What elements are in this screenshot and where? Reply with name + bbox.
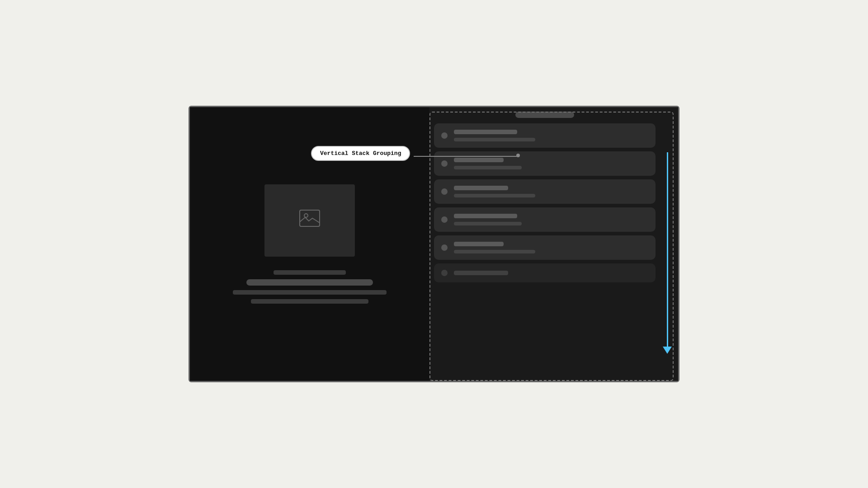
list-item-dot [441, 188, 448, 195]
right-panel [429, 107, 678, 381]
header-bar [515, 112, 574, 118]
list-item [434, 207, 656, 232]
image-placeholder [264, 184, 355, 257]
list-item [434, 263, 656, 282]
list-item-content [454, 130, 648, 141]
left-bar-4 [251, 299, 368, 304]
item-bar-top [454, 186, 508, 190]
left-bar-3 [233, 290, 387, 295]
item-bar-bottom [454, 194, 535, 197]
list-container [434, 123, 656, 282]
tooltip-label: Vertical Stack Grouping [311, 146, 410, 161]
item-bar-bottom [454, 138, 535, 141]
right-header [434, 112, 656, 118]
item-bar-top [454, 214, 517, 218]
item-bar-top [454, 242, 504, 246]
item-bar-top [454, 158, 504, 162]
left-bars [203, 270, 416, 304]
item-bar-top [454, 130, 517, 134]
arrow-container [663, 152, 672, 354]
tooltip-connector [414, 156, 518, 157]
arrow-line [667, 152, 668, 347]
connector-dot [516, 154, 520, 157]
list-item-dot [441, 216, 448, 223]
list-item-content [454, 158, 648, 169]
image-icon [299, 209, 321, 232]
list-item [434, 123, 656, 148]
list-item-dot [441, 270, 448, 276]
item-bar-bottom [454, 166, 522, 169]
main-frame: Vertical Stack Grouping [189, 106, 679, 382]
svg-point-1 [304, 214, 308, 217]
list-item [434, 179, 656, 204]
list-item [434, 235, 656, 260]
item-bar-bottom [454, 250, 535, 253]
arrow-head [663, 347, 672, 354]
svg-rect-0 [300, 210, 320, 226]
list-item-dot [441, 244, 448, 251]
list-item-dot [441, 160, 448, 167]
list-item-content [454, 186, 648, 197]
list-item-content [454, 271, 648, 275]
list-item-content [454, 242, 648, 253]
list-item-content [454, 214, 648, 225]
list-item [434, 151, 656, 176]
left-bar-1 [274, 270, 346, 275]
left-bar-2 [246, 279, 373, 286]
item-bar-bottom [454, 222, 522, 225]
list-item-dot [441, 132, 448, 139]
item-bar-top [454, 271, 508, 275]
